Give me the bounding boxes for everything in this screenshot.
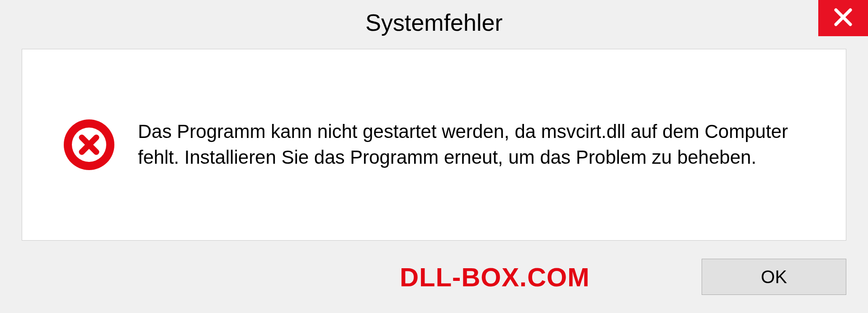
titlebar: Systemfehler bbox=[0, 0, 868, 45]
dialog-title: Systemfehler bbox=[365, 9, 502, 36]
error-dialog: Systemfehler Das Programm kann nicht ges… bbox=[0, 0, 868, 313]
close-button[interactable] bbox=[818, 0, 868, 36]
watermark-text: DLL-BOX.COM bbox=[400, 262, 590, 292]
error-message: Das Programm kann nicht gestartet werden… bbox=[138, 119, 819, 170]
error-icon bbox=[63, 119, 115, 171]
close-icon bbox=[833, 7, 853, 29]
ok-button-label: OK bbox=[761, 267, 787, 287]
content-panel: Das Programm kann nicht gestartet werden… bbox=[22, 49, 846, 241]
button-row: DLL-BOX.COM OK bbox=[0, 241, 868, 313]
ok-button[interactable]: OK bbox=[702, 259, 846, 295]
